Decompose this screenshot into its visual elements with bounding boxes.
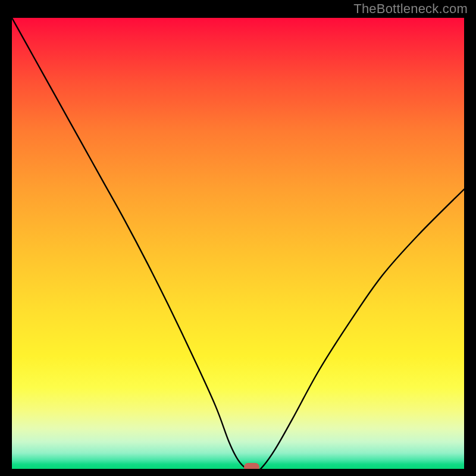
minimum-marker [244,463,259,469]
watermark-text: TheBottleneck.com [353,1,468,17]
curve-path [12,18,464,469]
plot-area [12,18,464,469]
bottleneck-curve [12,18,464,469]
chart-stage: TheBottleneck.com [0,0,476,476]
